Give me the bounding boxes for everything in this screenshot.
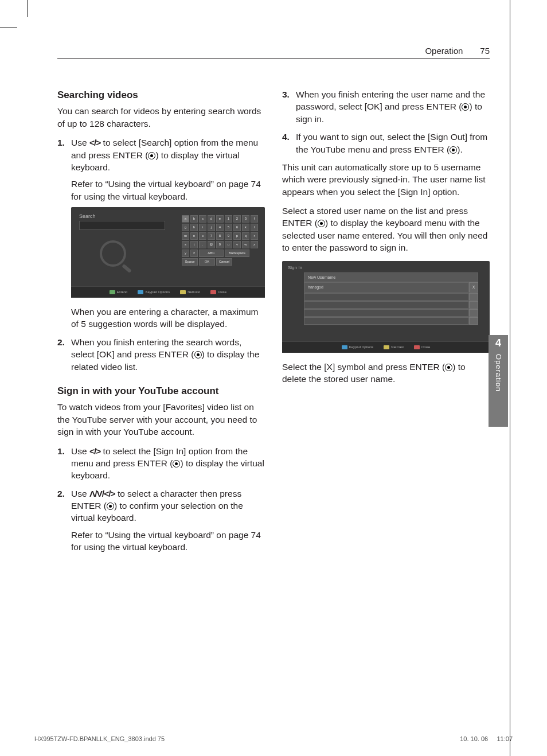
mock-search-label: Search: [79, 213, 96, 220]
mock-key: q: [242, 232, 249, 240]
thumb-tab: 4 Operation: [489, 335, 508, 427]
mock-key: d: [208, 215, 215, 223]
nav-up-down-left-right-icon: Λ/V/</>: [89, 489, 115, 498]
red-chip-icon: [210, 290, 216, 294]
mock-key: 8: [216, 232, 224, 240]
mock-key: 5: [225, 224, 232, 231]
mock-empty-row: [304, 317, 478, 325]
mock-key: g: [182, 224, 189, 231]
mock-key: 2: [233, 215, 241, 223]
yellow-chip-icon: [180, 290, 186, 294]
intro-search: You can search for videos by entering se…: [57, 105, 265, 130]
mock-footer-hints: Keypad Options NetCast Close: [282, 341, 490, 353]
enter-icon: [462, 103, 469, 111]
step-note: Refer to “Using the virtual keyboard” on…: [71, 529, 265, 554]
mock-signin-label: Sign In: [288, 264, 302, 271]
step-number: 4.: [282, 131, 292, 155]
mock-empty-row: [304, 309, 478, 317]
mock-key: h: [190, 224, 198, 231]
enter-icon: [318, 220, 325, 227]
mock-empty-row: [304, 293, 478, 301]
header-rule: [57, 58, 490, 59]
steps-signin: 1. Use </> to select the [Sign In] optio…: [57, 445, 265, 554]
screenshot-search-keyboard: Search abcde123fghij456klmno789pqrst.@0u…: [71, 207, 265, 298]
thumb-tab-label: Operation: [494, 354, 503, 392]
enter-icon: [107, 502, 114, 510]
mock-key: 1: [225, 215, 232, 223]
steps-signin-cont: 3. When you finish entering the user nam…: [282, 88, 490, 155]
crop-mark: [0, 28, 17, 28]
yellow-chip-icon: [384, 345, 389, 349]
step-text: Use Λ/V/</> to select a character then p…: [71, 489, 243, 523]
left-column: Searching videos You can search for vide…: [57, 88, 265, 559]
mock-key: m: [182, 232, 189, 240]
step-text: If you want to sign out, select the [Sig…: [296, 131, 490, 155]
step-number: 3.: [282, 88, 292, 125]
mock-key: z: [190, 250, 198, 257]
mock-key: p: [233, 232, 241, 240]
step-number: 1.: [57, 445, 68, 482]
mock-key: c: [199, 215, 206, 223]
mock-key-cancel: Cancel: [216, 258, 232, 266]
mock-keyboard-grid: abcde123fghij456klmno789pqrst.@0uvwxyzAB…: [182, 215, 258, 266]
step-number: 1.: [57, 137, 68, 330]
magnifier-icon: [100, 240, 126, 267]
screenshot-signin-list: Sign In New Username hansgod X Keypad Op…: [282, 261, 490, 353]
imprint-footer: HX995TZW-FD.BPANLLK_ENG_3803.indd 75 10.…: [34, 735, 513, 742]
mock-key: u: [225, 241, 232, 248]
mock-key: n: [190, 232, 198, 240]
mock-empty-row: [304, 301, 478, 309]
step-signin-2: 2. Use Λ/V/</> to select a character the…: [57, 488, 265, 554]
imprint-file: HX995TZW-FD.BPANLLK_ENG_3803.indd 75: [34, 735, 165, 742]
para-select-stored: Select a stored user name on the list an…: [282, 205, 490, 254]
section-name: Operation: [425, 46, 463, 56]
imprint-time: 11:07: [497, 735, 513, 742]
heading-searching-videos: Searching videos: [57, 88, 265, 102]
mock-key: k: [242, 224, 249, 231]
mock-key: x: [251, 241, 258, 248]
mock-key: .: [199, 241, 206, 248]
step-number: 2.: [57, 488, 68, 554]
mock-key: r: [251, 232, 258, 240]
blue-chip-icon: [138, 290, 143, 294]
imprint-date: 10. 10. 06: [460, 735, 488, 742]
mock-key: i: [199, 224, 206, 231]
mock-user-cell: hansgod: [304, 282, 469, 293]
para-delete-stored: Select the [X] symbol and press ENTER ()…: [282, 361, 490, 385]
mock-key: o: [199, 232, 206, 240]
mock-key: w: [242, 241, 249, 248]
heading-sign-in: Sign in with your YouTube account: [57, 384, 265, 398]
step-text: When you finish entering the user name a…: [296, 88, 490, 125]
step-number: 2.: [57, 336, 68, 373]
mock-key-abc: ABC: [199, 250, 224, 257]
page-edge-rule: [510, 0, 510, 756]
mock-key: l: [251, 224, 258, 231]
mock-key: 9: [225, 232, 232, 240]
mock-footer-hints: Extend Keypad Options NetCast Close: [71, 286, 265, 298]
enter-icon: [450, 146, 457, 154]
step-search-2: 2. When you finish entering the search w…: [57, 336, 265, 373]
blue-chip-icon: [342, 345, 347, 349]
enter-icon: [194, 351, 202, 358]
crop-mark: [28, 0, 28, 17]
mock-key: 3: [242, 215, 249, 223]
mock-key: 4: [216, 224, 224, 231]
step-text: When you finish entering the search word…: [71, 336, 265, 373]
mock-key: t: [190, 241, 198, 248]
nav-left-right-icon: </>: [89, 446, 100, 456]
nav-left-right-icon: </>: [89, 138, 100, 147]
mock-user-row: hansgod X: [304, 282, 478, 293]
running-header: Operation 75: [57, 46, 490, 56]
mock-user-panel: New Username hansgod X: [304, 272, 478, 325]
mock-key: f: [251, 215, 258, 223]
mock-key: 6: [233, 224, 241, 231]
page-number: 75: [480, 46, 490, 56]
mock-search-field: [79, 221, 165, 230]
para-store-usernames: This unit can automatically store up to …: [282, 161, 490, 198]
green-chip-icon: [110, 290, 115, 294]
intro-signin: To watch videos from your [Favorites] vi…: [57, 401, 265, 438]
mock-new-username: New Username: [304, 272, 478, 283]
steps-search: 1. Use </> to select [Search] option fro…: [57, 137, 265, 373]
mock-delete-x: X: [469, 282, 478, 293]
mock-key: @: [208, 241, 215, 248]
